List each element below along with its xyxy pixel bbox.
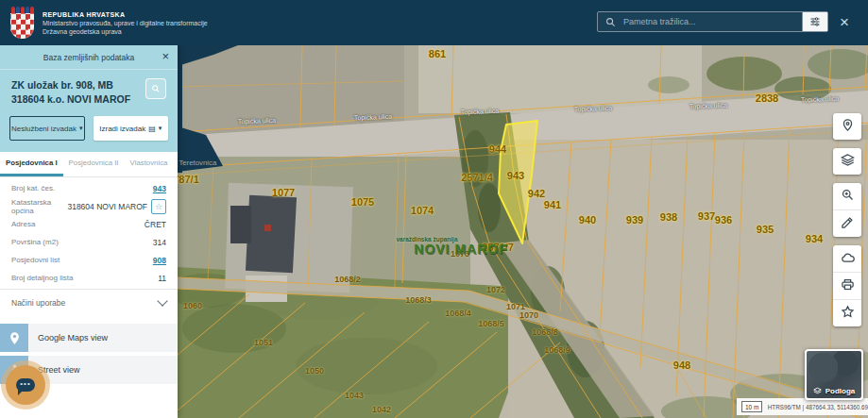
city-label: NOVI MAROF	[414, 242, 507, 257]
satellite-terrain	[178, 45, 868, 418]
field-row: Katastarska općina318604 NOVI MAROF☆	[0, 197, 178, 215]
close-icon[interactable]: ×	[834, 12, 855, 33]
extract-subject-title: ZK uložak br. 908, MB 318604 k.o. NOVI M…	[11, 78, 140, 107]
favorite-star-icon	[841, 305, 855, 323]
field-row: Površina (m2)314	[0, 233, 178, 251]
caret-down-icon: ▾	[79, 125, 83, 132]
usage-modes-expander[interactable]: Načini uporabe	[0, 289, 178, 316]
tab-posjedovnica-ii[interactable]: Posjedovnica II	[63, 152, 125, 176]
chat-button[interactable]: •••	[6, 365, 45, 405]
location-pin-icon	[0, 324, 28, 352]
croatia-coat-of-arms-logo	[10, 7, 34, 39]
star-icon[interactable]: ☆	[151, 199, 166, 214]
field-label: Broj detaljnog lista	[11, 274, 158, 282]
toolbar-group	[833, 245, 861, 326]
favorite-star-button[interactable]	[833, 299, 861, 326]
toolbar-group	[833, 148, 861, 175]
org-title-block: REPUBLIKA HRVATSKA Ministarstvo pravosuđ…	[43, 11, 208, 35]
unofficial-extract-button[interactable]: Neslužbeni izvadak▾	[9, 116, 85, 141]
link-google-maps-view[interactable]: Google Maps view	[0, 324, 178, 352]
measure-button[interactable]	[833, 209, 861, 237]
document-icon: ▤	[148, 125, 156, 133]
parcel-fields: Broj kat. čes.943Katastarska općina31860…	[0, 177, 178, 289]
chevron-down-icon	[157, 296, 167, 307]
search-input[interactable]	[621, 16, 802, 27]
print-icon	[841, 277, 855, 295]
field-value-link[interactable]: 908	[153, 256, 166, 265]
area-zoom-button[interactable]	[833, 183, 861, 209]
org-line3: Državna geodetska uprava	[43, 28, 208, 35]
field-value: 314	[153, 238, 166, 247]
field-row: Broj detaljnog lista11	[0, 269, 178, 287]
app-header: REPUBLIKA HRVATSKA Ministarstvo pravosuđ…	[0, 0, 868, 45]
field-label: Katastarska općina	[11, 198, 67, 215]
tab-posjedovnica-i[interactable]: Posjedovnica I	[0, 152, 63, 176]
field-label: Površina (m2)	[11, 238, 153, 246]
basemap-label: Podloga	[825, 387, 856, 395]
print-button[interactable]	[833, 272, 861, 299]
field-value: 11	[158, 274, 166, 283]
link-label: Google Maps view	[38, 333, 108, 343]
field-label: Posjedovni list	[11, 256, 153, 264]
field-row: Broj kat. čes.943	[0, 179, 178, 197]
cloud-icon	[841, 250, 855, 268]
area-zoom-icon	[841, 188, 855, 206]
caret-down-icon: ▾	[159, 125, 162, 132]
field-label: Adresa	[11, 220, 145, 228]
info-panel: Baza zemljišnih podataka × ZK uložak br.…	[0, 45, 178, 418]
toolbar-group	[833, 113, 861, 140]
cloud-button[interactable]	[833, 245, 861, 272]
location-marker-button[interactable]	[833, 113, 861, 140]
chat-icon: •••	[16, 378, 35, 392]
search-filter-button[interactable]	[802, 12, 827, 31]
field-row: AdresaČRET	[0, 215, 178, 233]
panel-title: Baza zemljišnih podataka	[0, 53, 178, 62]
panel-close-icon[interactable]: ×	[162, 49, 169, 63]
org-line2: Ministarstvo pravosuđa, uprave i digital…	[43, 20, 208, 26]
coordinates-readout: HTRS96/TM | 487664.33, 5114360.69	[768, 404, 868, 410]
field-value: 318604 NOVI MAROF	[67, 202, 147, 211]
field-value: ČRET	[145, 220, 166, 229]
org-line1: REPUBLIKA HRVATSKA	[43, 11, 208, 18]
layers-button[interactable]	[833, 148, 861, 175]
map-toolbar	[833, 113, 861, 335]
layers-icon	[813, 387, 822, 395]
toolbar-group	[833, 183, 861, 237]
measure-icon	[841, 215, 855, 233]
tab-vlastovnica[interactable]: Vlastovnica	[125, 152, 174, 176]
map-status-bar: 10 m HTRS96/TM | 487664.33, 5114360.69	[737, 398, 868, 415]
basemap-switcher-button[interactable]: Podloga	[805, 349, 863, 400]
create-extract-button[interactable]: Izradi izvadak▤▾	[94, 116, 169, 141]
search-icon	[605, 17, 616, 27]
field-value-link[interactable]: 943	[153, 184, 166, 193]
magnifier-badge-icon[interactable]	[145, 78, 166, 99]
link-label: Street view	[38, 365, 80, 375]
smart-search-box[interactable]	[597, 11, 828, 32]
scale-bar: 10 m	[741, 401, 762, 412]
location-marker-icon	[841, 118, 855, 136]
layers-icon	[841, 153, 855, 171]
map-canvas[interactable]: 86128389449432571/4942941940939938937936…	[178, 45, 868, 418]
panel-tabs: Posjedovnica IPosjedovnica IIVlastovnica…	[0, 152, 178, 177]
field-label: Broj kat. čes.	[11, 184, 153, 192]
tab-teretovnica[interactable]: Teretovnica	[173, 152, 222, 176]
field-row: Posjedovni list908	[0, 251, 178, 269]
